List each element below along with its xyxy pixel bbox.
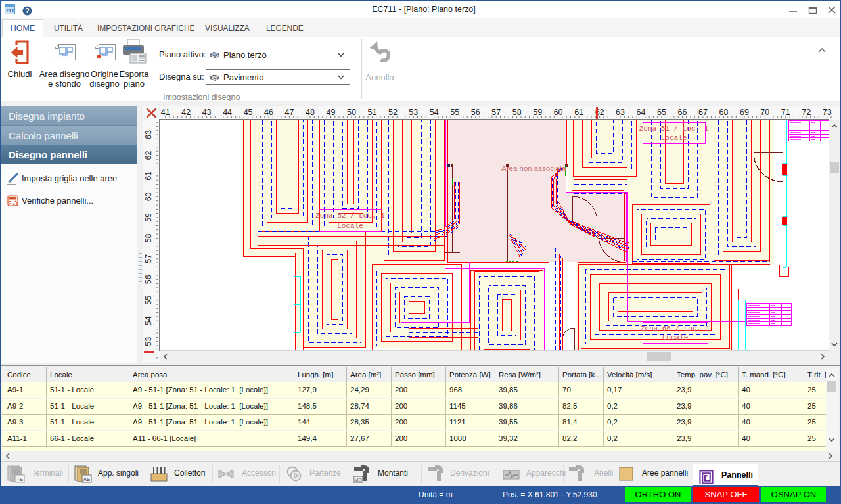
svg-text:59: 59	[144, 213, 153, 222]
svg-text:59: 59	[533, 108, 542, 117]
svg-text:60: 60	[144, 192, 153, 201]
svg-text:45: 45	[244, 108, 253, 117]
svg-text:?: ?	[25, 7, 29, 14]
svg-text:54: 54	[144, 316, 153, 325]
svg-text:46: 46	[264, 108, 273, 117]
svg-text:47: 47	[285, 108, 294, 117]
svg-text:56: 56	[471, 108, 480, 117]
svg-text:Locale: Locale	[661, 134, 687, 142]
svg-text:51: 51	[367, 108, 376, 117]
svg-text:67: 67	[698, 108, 708, 117]
svg-text:53: 53	[144, 337, 153, 346]
svg-text:58: 58	[512, 108, 522, 117]
svg-text:Zona 51 / Loc. 1: Zona 51 / Loc. 1	[639, 125, 709, 133]
svg-text:43: 43	[202, 108, 212, 117]
svg-text:54: 54	[430, 108, 439, 117]
svg-text:56: 56	[144, 275, 153, 284]
svg-text:69: 69	[740, 108, 749, 117]
svg-text:63: 63	[616, 108, 625, 117]
svg-text:50: 50	[347, 108, 356, 117]
svg-text:71: 71	[781, 108, 790, 117]
svg-text:Zona 66 / Loc. 1: Zona 66 / Loc. 1	[641, 325, 710, 332]
svg-text:58: 58	[144, 233, 153, 242]
svg-text:64: 64	[637, 108, 646, 117]
svg-text:62: 62	[144, 151, 153, 160]
svg-text:68: 68	[719, 108, 728, 117]
svg-text:Locale: Locale	[337, 222, 363, 230]
svg-text:52: 52	[388, 108, 398, 117]
svg-text:65: 65	[657, 108, 666, 117]
svg-text:AS: AS	[83, 476, 91, 482]
svg-text:61: 61	[574, 108, 583, 117]
svg-text:711: 711	[5, 7, 14, 14]
svg-text:TE: TE	[16, 476, 23, 482]
svg-text:42: 42	[181, 108, 191, 117]
svg-text:44: 44	[223, 108, 232, 117]
svg-text:53: 53	[409, 108, 418, 117]
svg-text:49: 49	[327, 108, 336, 117]
svg-text:55: 55	[144, 296, 153, 305]
svg-text:MO: MO	[354, 477, 362, 483]
svg-text:72: 72	[802, 108, 811, 117]
svg-text:Area non associata: Area non associata	[501, 164, 566, 172]
svg-text:63: 63	[144, 130, 153, 139]
svg-text:57: 57	[491, 108, 501, 117]
svg-text:61: 61	[144, 172, 153, 181]
svg-text:Zona 52 / Loc. 1: Zona 52 / Loc. 1	[315, 212, 385, 219]
svg-text:70: 70	[760, 108, 769, 117]
svg-text:48: 48	[306, 108, 315, 117]
svg-text:55: 55	[450, 108, 459, 117]
svg-text:66: 66	[678, 108, 687, 117]
svg-text:57: 57	[144, 254, 153, 263]
svg-text:73: 73	[823, 108, 832, 117]
svg-text:Locale: Locale	[662, 334, 689, 342]
svg-text:41: 41	[161, 108, 170, 117]
svg-text:60: 60	[554, 108, 563, 117]
